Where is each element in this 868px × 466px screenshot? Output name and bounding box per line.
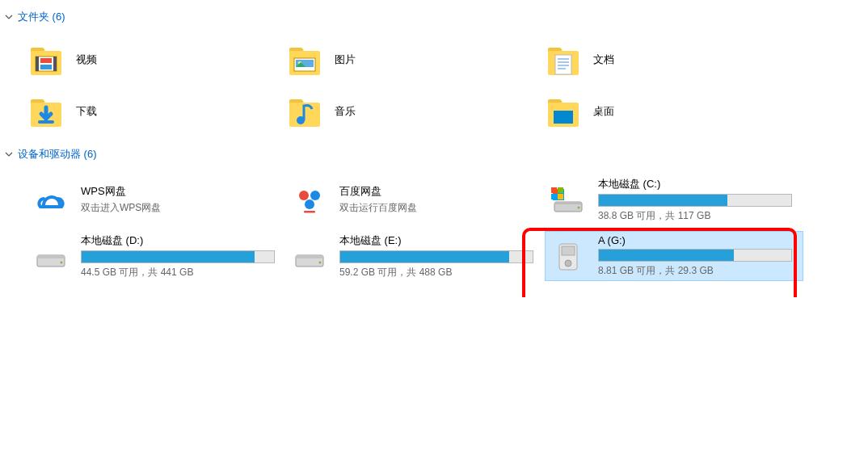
svg-point-24 bbox=[305, 199, 314, 209]
section-folders-title: 文件夹 (6) bbox=[18, 10, 65, 24]
section-folders-header[interactable]: 文件夹 (6) bbox=[0, 6, 868, 27]
svg-point-28 bbox=[578, 207, 580, 209]
folder-label: 图片 bbox=[335, 52, 356, 67]
svg-rect-4 bbox=[40, 58, 52, 63]
svg-rect-2 bbox=[36, 57, 39, 71]
svg-rect-20 bbox=[554, 111, 573, 124]
drive-item-1[interactable]: 百度网盘双击运行百度网盘 bbox=[286, 174, 545, 225]
drives-grid: WPS网盘双击进入WPS网盘百度网盘双击运行百度网盘本地磁盘 (C:)38.8 … bbox=[0, 165, 868, 291]
svg-rect-11 bbox=[555, 55, 571, 74]
downloads-folder-icon bbox=[27, 93, 65, 130]
drive-info: 本地磁盘 (C:)38.8 GB 可用，共 117 GB bbox=[598, 177, 798, 223]
baidu-icon bbox=[291, 181, 328, 218]
svg-rect-27 bbox=[554, 202, 582, 204]
svg-point-43 bbox=[565, 260, 571, 267]
svg-point-23 bbox=[310, 191, 320, 200]
folders-grid: 视频图片文档下载音乐桌面 bbox=[0, 27, 868, 144]
music-folder-icon bbox=[286, 93, 323, 130]
svg-point-22 bbox=[299, 191, 309, 200]
drive-name: 本地磁盘 (C:) bbox=[598, 177, 798, 191]
svg-rect-5 bbox=[40, 65, 52, 69]
svg-rect-32 bbox=[558, 187, 563, 193]
folder-item-pictures[interactable]: 图片 bbox=[286, 37, 545, 82]
chevron-down-icon bbox=[5, 13, 13, 21]
folder-item-video[interactable]: 视频 bbox=[27, 37, 286, 82]
drive-info: A (G:)8.81 GB 可用，共 29.3 GB bbox=[598, 234, 798, 278]
svg-point-37 bbox=[61, 262, 63, 264]
folder-label: 视频 bbox=[76, 52, 97, 67]
svg-rect-31 bbox=[551, 187, 557, 193]
drive-item-2[interactable]: 本地磁盘 (C:)38.8 GB 可用，共 117 GB bbox=[545, 174, 803, 225]
drive-subtext: 双击进入WPS网盘 bbox=[81, 201, 281, 215]
folder-item-documents[interactable]: 文档 bbox=[545, 37, 803, 82]
drive-name: 百度网盘 bbox=[339, 184, 540, 199]
drive-name: 本地磁盘 (E:) bbox=[339, 233, 540, 248]
svg-rect-42 bbox=[562, 246, 575, 255]
chevron-down-icon bbox=[5, 150, 13, 158]
drive-subtext: 双击运行百度网盘 bbox=[339, 201, 540, 215]
section-drives-header[interactable]: 设备和驱动器 (6) bbox=[0, 144, 868, 165]
drive-item-3[interactable]: 本地磁盘 (D:)44.5 GB 可用，共 441 GB bbox=[27, 231, 286, 281]
drive-usage-bar bbox=[598, 194, 792, 207]
svg-rect-34 bbox=[558, 194, 563, 199]
folder-item-downloads[interactable]: 下载 bbox=[27, 89, 286, 134]
desktop-folder-icon bbox=[545, 93, 582, 130]
folder-label: 桌面 bbox=[593, 104, 614, 119]
drive-usage-bar bbox=[598, 249, 792, 262]
section-drives-title: 设备和驱动器 (6) bbox=[18, 147, 97, 162]
folder-item-music[interactable]: 音乐 bbox=[286, 89, 545, 134]
drive-subtext: 8.81 GB 可用，共 29.3 GB bbox=[598, 264, 798, 278]
svg-rect-36 bbox=[37, 255, 65, 258]
drive-name: 本地磁盘 (D:) bbox=[81, 233, 281, 248]
drive-subtext: 38.8 GB 可用，共 117 GB bbox=[598, 209, 798, 223]
svg-rect-25 bbox=[304, 211, 315, 213]
drive-item-0[interactable]: WPS网盘双击进入WPS网盘 bbox=[27, 174, 286, 225]
drive-item-5[interactable]: A (G:)8.81 GB 可用，共 29.3 GB bbox=[545, 231, 803, 281]
removable-icon bbox=[550, 237, 587, 275]
folder-label: 下载 bbox=[76, 104, 97, 119]
pictures-folder-icon bbox=[286, 41, 323, 78]
drive-info: 本地磁盘 (D:)44.5 GB 可用，共 441 GB bbox=[81, 233, 281, 279]
osdrive-icon bbox=[550, 181, 587, 218]
svg-point-40 bbox=[319, 262, 322, 264]
drive-usage-bar bbox=[81, 250, 275, 263]
drive-subtext: 59.2 GB 可用，共 488 GB bbox=[339, 266, 540, 279]
folder-item-desktop[interactable]: 桌面 bbox=[545, 89, 803, 134]
video-folder-icon bbox=[27, 41, 65, 78]
svg-rect-3 bbox=[53, 57, 57, 71]
drive-info: WPS网盘双击进入WPS网盘 bbox=[81, 184, 281, 215]
drive-usage-bar bbox=[339, 250, 533, 263]
drive-name: A (G:) bbox=[598, 234, 798, 246]
wps-icon bbox=[32, 181, 70, 218]
drive-info: 本地磁盘 (E:)59.2 GB 可用，共 488 GB bbox=[339, 233, 540, 279]
explorer-content: 文件夹 (6) 视频图片文档下载音乐桌面 设备和驱动器 (6) WPS网盘双击进… bbox=[0, 6, 868, 291]
folder-label: 音乐 bbox=[335, 104, 356, 119]
folder-label: 文档 bbox=[593, 52, 614, 67]
drive-subtext: 44.5 GB 可用，共 441 GB bbox=[81, 266, 281, 279]
svg-rect-33 bbox=[551, 194, 557, 199]
drive-icon bbox=[291, 237, 328, 275]
drive-icon bbox=[32, 237, 70, 275]
drive-item-4[interactable]: 本地磁盘 (E:)59.2 GB 可用，共 488 GB bbox=[286, 231, 545, 281]
drive-name: WPS网盘 bbox=[81, 184, 281, 199]
drive-info: 百度网盘双击运行百度网盘 bbox=[339, 184, 540, 215]
documents-folder-icon bbox=[545, 41, 582, 78]
svg-rect-39 bbox=[296, 255, 323, 258]
